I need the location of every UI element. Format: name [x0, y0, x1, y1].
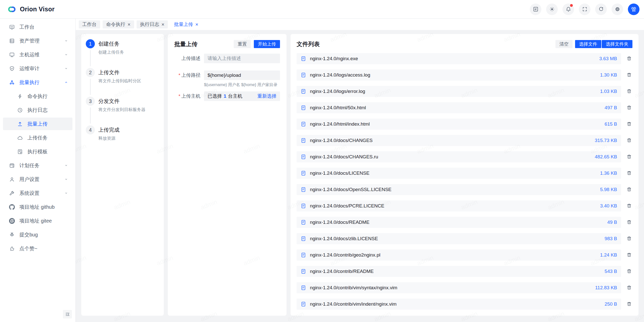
- chevron-down-icon: [64, 66, 68, 71]
- refresh-icon-button[interactable]: [595, 4, 607, 15]
- file-size: 5.98 KB: [600, 187, 617, 192]
- delete-file-button[interactable]: [626, 203, 632, 209]
- file-icon: [301, 236, 306, 241]
- sidebar-item-执行日志[interactable]: 执行日志: [3, 104, 72, 116]
- tab-工作台[interactable]: 工作台: [79, 20, 100, 28]
- trash-icon: [626, 170, 632, 176]
- delete-file-button[interactable]: [626, 55, 632, 62]
- field-upload-hosts: 上传主机 已选择 1 台主机 重新选择: [174, 91, 280, 101]
- file-icon: [301, 72, 306, 78]
- gitee-icon: [9, 218, 15, 224]
- file-name: nginx-1.24.0/contrib/README: [310, 269, 600, 274]
- file-row: nginx-1.24.0/logs/error.log 1.03 KB: [297, 86, 632, 97]
- avatar[interactable]: 管: [628, 4, 639, 15]
- sidebar-item-系统设置[interactable]: 系统设置: [3, 187, 72, 199]
- panel-title: 批量上传: [174, 40, 197, 48]
- sidebar-collapse-button[interactable]: [63, 310, 72, 318]
- notification-icon: [566, 6, 571, 12]
- workbench-icon: [9, 24, 15, 30]
- upload-path-input[interactable]: [204, 70, 280, 80]
- file-name: nginx-1.24.0/contrib/vim/indent/nginx.vi…: [310, 301, 600, 307]
- trash-icon: [626, 252, 632, 258]
- delete-file-button[interactable]: [626, 252, 632, 258]
- trash-icon: [626, 301, 632, 307]
- start-upload-button[interactable]: 开始上传: [254, 40, 280, 48]
- theme-icon-button[interactable]: [546, 4, 558, 15]
- orion-visor-logo-icon: [7, 4, 17, 15]
- delete-file-button[interactable]: [626, 186, 632, 193]
- trash-icon: [626, 154, 632, 159]
- delete-file-button[interactable]: [626, 301, 632, 307]
- sidebar-item-计划任务[interactable]: 计划任务: [3, 159, 72, 172]
- theme-icon: [549, 6, 555, 12]
- file-icon: [301, 252, 306, 258]
- file-size: 482.65 KB: [595, 154, 617, 160]
- delete-file-button[interactable]: [626, 268, 632, 275]
- delete-file-button[interactable]: [626, 72, 632, 78]
- sidebar-item-命令执行[interactable]: 命令执行: [3, 90, 72, 102]
- sidebar-item-点个赞~[interactable]: 点个赞~: [3, 242, 72, 255]
- delete-file-button[interactable]: [626, 137, 632, 144]
- sidebar-item-项目地址 gitee[interactable]: 项目地址 gitee: [3, 214, 72, 227]
- delete-file-button[interactable]: [626, 219, 632, 226]
- delete-file-button[interactable]: [626, 170, 632, 176]
- selected-hosts-box: 已选择 1 台主机 重新选择: [204, 91, 280, 101]
- command-icon: [17, 93, 23, 99]
- trash-icon: [626, 72, 632, 78]
- step-title: 创建任务: [98, 40, 124, 48]
- step: 3 分发文件 将文件分发到目标服务器: [86, 97, 159, 125]
- sidebar-item-主机运维[interactable]: 主机运维: [3, 48, 72, 61]
- tab-执行日志[interactable]: 执行日志 ×: [137, 20, 168, 28]
- trash-icon: [626, 285, 632, 290]
- delete-file-button[interactable]: [626, 121, 632, 127]
- hosts-selected-suffix: 台主机: [228, 93, 243, 99]
- sidebar-item-资产管理[interactable]: 资产管理: [3, 34, 72, 47]
- sidebar-item-执行模板[interactable]: 执行模板: [3, 145, 72, 158]
- delete-file-button[interactable]: [626, 284, 632, 291]
- file-row: nginx-1.24.0/logs/access.log 1.30 KB: [297, 69, 632, 81]
- upload-description-input[interactable]: [204, 54, 280, 63]
- file-name: nginx-1.24.0/contrib/geo2nginx.pl: [310, 252, 596, 258]
- sidebar-item-用户设置[interactable]: 用户设置: [3, 173, 72, 186]
- reselect-hosts-link[interactable]: 重新选择: [257, 93, 276, 99]
- refresh-icon: [598, 6, 604, 12]
- notification-icon-button[interactable]: [562, 4, 574, 15]
- sidebar-item-批量上传[interactable]: 批量上传: [3, 118, 72, 130]
- delete-file-button[interactable]: [626, 88, 632, 95]
- file-icon: [301, 138, 306, 143]
- settings-icon-button[interactable]: [612, 4, 623, 15]
- close-icon[interactable]: ×: [128, 22, 131, 27]
- close-icon[interactable]: ×: [195, 22, 198, 27]
- trash-icon: [626, 88, 632, 94]
- upload-form-panel: 批量上传 重置 开始上传 上传描述: [168, 34, 287, 316]
- file-name: nginx-1.24.0/docs/OpenSSL.LICENSE: [310, 187, 596, 192]
- delete-file-button[interactable]: [626, 235, 632, 242]
- file-size: 315.73 KB: [595, 138, 617, 143]
- file-size: 1.24 KB: [600, 252, 617, 258]
- sidebar-item-项目地址 github[interactable]: 项目地址 github: [3, 201, 72, 213]
- tab-批量上传[interactable]: 批量上传 ×: [170, 20, 202, 28]
- tab-命令执行[interactable]: 命令执行 ×: [103, 20, 134, 28]
- notification-badge: [570, 4, 573, 7]
- fullscreen-icon-button[interactable]: [579, 4, 590, 15]
- reset-button[interactable]: 重置: [234, 40, 251, 48]
- code-square-icon-button[interactable]: [530, 4, 541, 15]
- select-folder-button[interactable]: 选择文件夹: [602, 40, 632, 48]
- sidebar-item-提交bug[interactable]: 提交bug: [3, 228, 72, 241]
- delete-file-button[interactable]: [626, 154, 632, 160]
- sidebar-item-批量执行[interactable]: 批量执行: [3, 76, 72, 89]
- clear-files-button[interactable]: 清空: [555, 40, 573, 48]
- sidebar-item-上传任务[interactable]: 上传任务: [3, 131, 72, 144]
- sidebar-item-运维审计[interactable]: 运维审计: [3, 62, 72, 75]
- step-number: 1: [86, 39, 95, 48]
- close-icon[interactable]: ×: [162, 22, 165, 27]
- select-file-button[interactable]: 选择文件: [575, 40, 601, 48]
- delete-file-button[interactable]: [626, 104, 632, 111]
- file-icon: [301, 301, 306, 307]
- file-row: nginx-1.24.0/docs/LICENSE 1.36 KB: [297, 168, 632, 179]
- tab-bar: 工作台 命令执行 × 执行日志 × 批量上传 ×: [76, 19, 644, 30]
- sidebar-item-工作台[interactable]: 工作台: [3, 21, 72, 33]
- system-icon: [9, 190, 15, 196]
- history-icon: [17, 107, 23, 113]
- file-name: nginx-1.24.0/nginx.exe: [310, 56, 595, 61]
